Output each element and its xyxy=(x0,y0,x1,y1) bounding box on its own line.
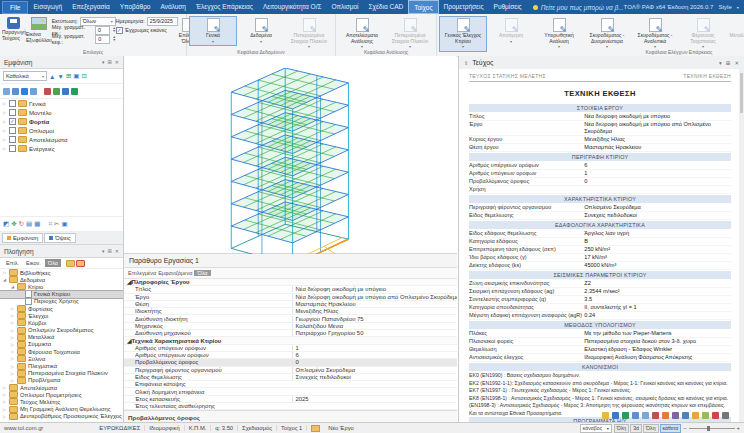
property-row[interactable]: Προβαλλόμενος όροφος0 xyxy=(124,359,457,366)
display-tree-item-Ενέργειες[interactable]: ▷Ενέργειες xyxy=(0,144,123,153)
export-icon[interactable] xyxy=(622,412,629,419)
home-view-icon[interactable] xyxy=(62,88,69,95)
edit-icon[interactable] xyxy=(662,412,669,419)
expand-arrow-icon[interactable]: ◢ xyxy=(3,277,7,282)
nav-tree-item[interactable]: ▷Κόμβοι xyxy=(0,319,123,326)
menu-tab-Ρυθμίσεις[interactable]: Ρυθμίσεις xyxy=(489,0,527,12)
menu-tab-Προμετρήσεις[interactable]: Προμετρήσεις xyxy=(439,0,489,12)
property-value[interactable]: Συνεχείς πεδιλοδοκοί xyxy=(292,374,458,380)
property-row[interactable]: Διεύθυνση μηχανικούΠατριάρχου Γρηγορίου … xyxy=(124,330,457,337)
property-row[interactable]: Είδος θεμελίωσηςΣυνεχείς πεδιλοδοκοί xyxy=(124,374,457,381)
ribbon-button[interactable]: Γενικός Έλεγχος Κτιρίου▾ xyxy=(439,16,487,52)
nav-tree-item[interactable]: ▷Φέρουσα Τοιχοποιία xyxy=(0,348,123,355)
property-row[interactable]: Έτος κατασκευής2025 xyxy=(124,396,457,403)
nav-tree-item[interactable]: ◢Κτίριο xyxy=(0,283,123,290)
layers-icon[interactable]: ▣ xyxy=(62,220,68,228)
chevron-down-icon[interactable]: ▾ xyxy=(102,248,105,254)
nav-tree-item[interactable]: ▷Δευτεροβάθμιος Προσεισμικός Έλεγχος xyxy=(0,413,123,420)
zoom-out-button[interactable]: − xyxy=(683,425,686,431)
expand-arrow-icon[interactable]: ▷ xyxy=(11,320,15,325)
vertical-scrollbar[interactable] xyxy=(739,69,744,423)
tell-me-search[interactable]: Πείτε μου πως μπορώ να β... xyxy=(533,4,624,11)
new-folder-icon[interactable] xyxy=(66,260,75,267)
zoom-extents-icon[interactable]: ⊞ xyxy=(66,72,71,80)
ribbon-button[interactable]: Σκυροδέματος - Αναλυτικά▾ xyxy=(631,16,679,52)
nav-tree-item[interactable]: ▷Προβλήματα xyxy=(0,377,123,384)
property-row[interactable]: Ολική δομημένη επιφάνεια xyxy=(124,388,457,395)
property-value[interactable]: Νέα διώροφη οικοδομή με υπόγειο xyxy=(292,286,458,292)
property-value[interactable]: Μενεξίδης Ηλίας xyxy=(292,308,458,314)
folder-icon[interactable] xyxy=(311,425,320,432)
expand-arrow-icon[interactable]: ▷ xyxy=(11,335,15,340)
item-checkbox[interactable] xyxy=(9,136,16,143)
model-viewport[interactable] xyxy=(124,56,457,254)
rotate-icon[interactable]: ↻ xyxy=(19,220,24,228)
save-icon[interactable] xyxy=(612,412,619,419)
zoom-mode-Όλη[interactable]: Όλη xyxy=(614,424,630,433)
style-menu[interactable]: Style xyxy=(718,4,731,10)
chevron-down-icon[interactable]: ▾ xyxy=(737,5,739,10)
nav-tree-item[interactable]: ▷Φορτίσεις xyxy=(0,305,123,312)
property-row[interactable]: Έτος τελευταίας αναθεώρησης xyxy=(124,403,457,410)
nav-tab-Εικον.[interactable]: Εικον. xyxy=(23,259,44,267)
grid-dropdown[interactable]: κάναβος ▾ xyxy=(580,424,612,433)
display-panel-header[interactable]: Εμφάνιση ▾⊞✕ xyxy=(0,56,123,69)
menu-tab-Επεξεργασία[interactable]: Επεξεργασία xyxy=(67,0,114,12)
property-row[interactable]: ΙδιοκτήτηςΜενεξίδης Ηλίας xyxy=(124,308,457,315)
nav-tree-item[interactable]: ▷Μη Γραμμική Ανάλυση Θεμελίωσης xyxy=(0,406,123,413)
expand-arrow-icon[interactable]: ▷ xyxy=(11,378,15,383)
date-field[interactable]: 25/9/2025 xyxy=(147,17,178,26)
item-checkbox[interactable] xyxy=(9,127,16,134)
ribbon-button[interactable]: Δεδομένα▾ xyxy=(237,16,285,46)
property-group-header[interactable]: ◢Τεχνικά Χαρακτηριστικά Κτιρίου xyxy=(124,337,457,344)
expand-arrow-icon[interactable]: ▷ xyxy=(11,364,15,369)
nav-tree-item[interactable]: ▷Αποτελέσματα xyxy=(0,384,123,391)
chart-icon[interactable] xyxy=(652,412,659,419)
expand-arrow-icon[interactable]: ▷ xyxy=(3,128,7,133)
view-wire-icon[interactable] xyxy=(12,88,19,95)
workspace-filter-tab-Επιλεγμένα[interactable]: Επιλεγμένα xyxy=(128,270,156,276)
website-link[interactable]: www.tol.com.gr xyxy=(0,425,47,431)
nav-tree-item[interactable]: ▷Πλεγματικά xyxy=(0,362,123,369)
page-icon[interactable] xyxy=(682,412,689,419)
nav-tree-item[interactable]: ▷Οπλισμοί Προμετρήσεις xyxy=(0,391,123,398)
max-chapter-stepper[interactable]: 0 xyxy=(95,35,110,44)
delete-folder-icon[interactable] xyxy=(76,260,85,267)
expand-arrow-icon[interactable]: ▷ xyxy=(11,356,15,361)
display-tree-item-Γενικά[interactable]: ▷Γενικά xyxy=(0,99,123,108)
display-tree-item-Μοντέλο[interactable]: ▷Μοντέλο xyxy=(0,108,123,117)
pin-icon[interactable]: ⊞ xyxy=(108,248,112,254)
nav-tree-item[interactable]: ▷Ξύλινα xyxy=(0,355,123,362)
section-icon[interactable]: ✂ xyxy=(54,220,59,228)
property-value[interactable]: Νέα διώροφη οικοδομή με υπόγειο από Οπλι… xyxy=(292,294,458,300)
nav-tab-Όλα[interactable]: Όλα xyxy=(45,259,61,267)
iso-view-icon[interactable] xyxy=(71,88,78,95)
image-icon[interactable] xyxy=(632,412,639,419)
zoom-in-button[interactable]: + xyxy=(737,425,740,431)
ribbon-button[interactable]: Υπερωθητική Ανάλυση▾ xyxy=(535,16,583,52)
workspace-filter-tab-Όλα[interactable]: Όλα xyxy=(194,270,210,276)
view-shaded-icon[interactable] xyxy=(21,88,28,95)
expand-arrow-icon[interactable]: ▷ xyxy=(11,342,15,347)
menu-tab-Ανάλυση[interactable]: Ανάλυση xyxy=(155,0,191,12)
menu-tab-Λειτουργικότητα Ο/Σ[interactable]: Λειτουργικότητα Ο/Σ xyxy=(258,0,327,12)
property-group-header[interactable]: ◢Πληροφορίες Έργου xyxy=(124,279,457,286)
view-edit-icon[interactable] xyxy=(30,88,37,95)
nav-tree-item[interactable]: ▷Μεταλλικά xyxy=(0,334,123,341)
zoom-window-icon[interactable]: ▣ xyxy=(73,72,79,80)
expand-arrow-icon[interactable]: ▷ xyxy=(3,137,7,142)
more-icon[interactable] xyxy=(722,412,729,419)
expand-arrow-icon[interactable]: ▷ xyxy=(11,371,15,376)
nav-tree-item[interactable]: ▷Τεύχος Μελέτης xyxy=(0,398,123,405)
numbering-icon[interactable] xyxy=(602,412,609,419)
property-value[interactable]: Καλαϊτζίδου Μένια xyxy=(292,323,458,329)
expand-arrow-icon[interactable]: ▷ xyxy=(3,110,7,115)
menu-tab-Οπλισμοί[interactable]: Οπλισμοί xyxy=(326,0,363,12)
axes-icon[interactable]: ⌗ xyxy=(48,220,52,228)
expand-arrow-icon[interactable]: ◢ xyxy=(11,284,15,289)
property-value[interactable]: 2025 xyxy=(292,396,458,402)
property-value[interactable]: Γεωργίου Παπανδρέου 75 xyxy=(292,316,458,322)
zoom-selected-icon[interactable]: ⊡ xyxy=(81,72,86,80)
pin-icon[interactable]: ⊞ xyxy=(108,59,112,65)
display-tree-item-Αποτελέσματα[interactable]: ▷Αποτελέσματα xyxy=(0,135,123,144)
